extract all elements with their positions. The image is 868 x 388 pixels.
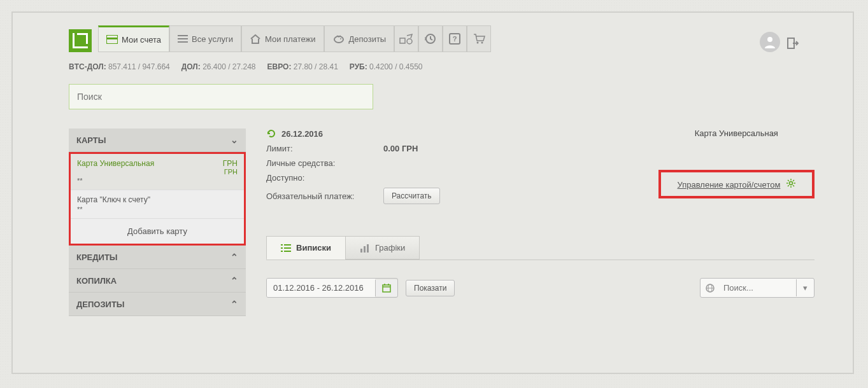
globe-icon [701, 280, 720, 296]
svg-rect-32 [364, 246, 366, 253]
show-button[interactable]: Показати [406, 280, 455, 296]
nav-history-button[interactable] [418, 25, 443, 52]
svg-rect-28 [284, 247, 291, 249]
limit-label: Лимит: [266, 144, 374, 153]
refresh-icon[interactable] [266, 128, 276, 139]
limit-value: 0.00 ГРН [383, 144, 418, 153]
chevron-up-icon: ⌃ [231, 252, 238, 262]
svg-line-23 [788, 185, 789, 186]
add-card-button[interactable]: Добавить карту [71, 219, 244, 244]
tab-payments[interactable]: Мои платежи [241, 25, 324, 52]
tab-accounts[interactable]: Мои счета [98, 25, 169, 52]
tab-label: Депозиты [349, 34, 387, 44]
date-range-input[interactable] [266, 278, 398, 298]
available-label: Доступно: [266, 173, 374, 183]
date-range-field[interactable] [267, 279, 375, 297]
svg-point-13 [481, 42, 483, 44]
svg-rect-31 [360, 249, 362, 253]
dropdown-toggle[interactable]: ▾ [796, 279, 814, 296]
svg-rect-25 [281, 244, 283, 246]
svg-point-8 [407, 39, 412, 44]
subtab-statements[interactable]: Виписки [266, 236, 346, 260]
svg-point-6 [340, 38, 341, 39]
piggy-icon [332, 34, 345, 44]
subtab-charts[interactable]: Графіки [345, 236, 420, 260]
tab-label: Все услуги [192, 34, 233, 44]
card-icon [106, 35, 118, 44]
svg-rect-7 [400, 38, 405, 43]
svg-rect-34 [383, 285, 390, 292]
list-icon [281, 244, 291, 253]
calculate-button[interactable]: Рассчитать [383, 188, 440, 204]
card-item[interactable]: Карта "Ключ к счету" ** [71, 190, 244, 219]
tab-label: Мои платежи [265, 34, 316, 44]
svg-line-22 [793, 185, 794, 186]
tab-deposits[interactable]: Депозиты [324, 25, 395, 52]
list-icon [178, 34, 188, 43]
nav-travel-button[interactable] [394, 25, 418, 52]
card-title: Карта Универсальная [658, 128, 815, 138]
calendar-icon[interactable] [375, 280, 397, 296]
exchange-rates: BTC-ДОЛ: 857.411 / 947.664 ДОЛ: 26.400 /… [13, 52, 853, 71]
bank-logo[interactable] [69, 29, 92, 52]
home-icon [250, 34, 261, 44]
chevron-up-icon: ⌃ [231, 275, 238, 286]
gear-icon [786, 180, 795, 190]
search-input[interactable] [69, 84, 373, 109]
refresh-date: 26.12.2016 [281, 129, 323, 139]
chevron-up-icon: ⌃ [231, 299, 238, 309]
logout-button[interactable] [784, 34, 802, 52]
mandatory-payment-label: Обязательный платеж: [266, 191, 374, 201]
svg-text:?: ? [453, 35, 457, 43]
svg-line-24 [793, 180, 794, 181]
svg-point-16 [790, 182, 793, 185]
section-piggy[interactable]: КОПИЛКА ⌃ [69, 269, 246, 293]
svg-rect-30 [284, 251, 291, 252]
manage-card-link[interactable]: Управление картой/счетом [678, 180, 781, 190]
manage-highlight-box: Управление картой/счетом [658, 170, 815, 198]
bars-icon [360, 244, 370, 253]
own-funds-label: Личные средства: [266, 158, 374, 168]
svg-point-14 [767, 37, 772, 42]
svg-rect-26 [284, 244, 291, 246]
svg-rect-27 [281, 247, 283, 249]
section-credits[interactable]: КРЕДИТЫ ⌃ [69, 246, 246, 269]
avatar[interactable] [760, 32, 780, 52]
chevron-down-icon: ⌄ [231, 135, 238, 145]
tab-services[interactable]: Все услуги [169, 25, 241, 52]
section-deposits[interactable]: ДЕПОЗИТЫ ⌃ [69, 293, 246, 316]
svg-rect-33 [367, 244, 369, 253]
svg-line-21 [788, 180, 789, 181]
filter-search-input[interactable] [720, 279, 796, 297]
nav-help-button[interactable]: ? [443, 25, 467, 52]
card-item[interactable]: Карта УниверсальнаяГРН ГРН ** [71, 154, 244, 190]
section-cards[interactable]: КАРТЫ ⌄ [69, 128, 246, 152]
cards-highlight-box: Карта УниверсальнаяГРН ГРН ** Карта "Клю… [69, 152, 246, 246]
svg-point-12 [477, 42, 479, 44]
tab-label: Мои счета [122, 35, 161, 45]
nav-cart-button[interactable] [467, 25, 491, 52]
svg-rect-29 [281, 251, 283, 252]
svg-rect-1 [106, 38, 118, 39]
